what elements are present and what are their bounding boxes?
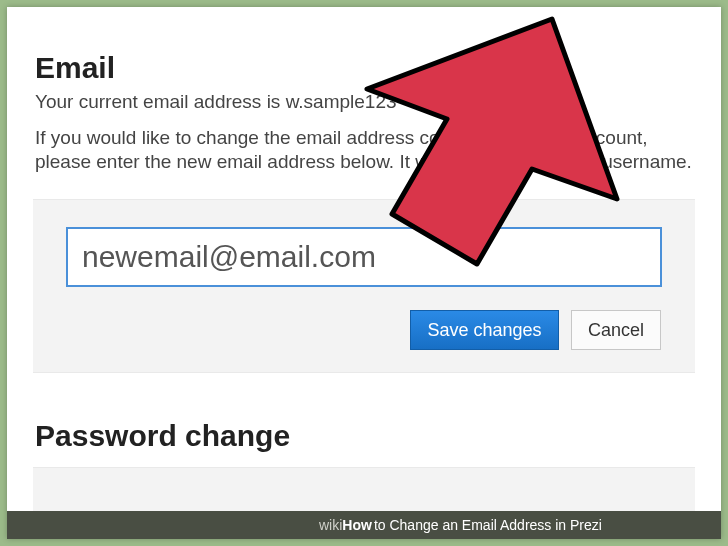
brand-bold: How — [342, 517, 372, 533]
cancel-button[interactable]: Cancel — [571, 310, 661, 350]
password-section: Password change — [35, 419, 693, 517]
caption-bar: wikiHow to Change an Email Address in Pr… — [7, 511, 721, 539]
new-email-input[interactable] — [67, 228, 661, 286]
password-heading: Password change — [35, 419, 693, 453]
save-changes-button[interactable]: Save changes — [410, 310, 558, 350]
current-email-prefix: Your current email address is — [35, 91, 286, 112]
email-form-box: Save changes Cancel — [33, 199, 695, 373]
button-row: Save changes Cancel — [67, 310, 661, 350]
email-heading: Email — [35, 51, 693, 85]
settings-panel: Email Your current email address is w.sa… — [7, 7, 721, 539]
brand: wikiHow — [319, 517, 372, 533]
current-email-value: w.sample123 — [286, 91, 397, 112]
current-email-line: Your current email address is w.sample12… — [35, 91, 693, 114]
password-form-box — [33, 467, 695, 517]
brand-prefix: wiki — [319, 517, 342, 533]
content-area: Email Your current email address is w.sa… — [7, 7, 721, 517]
change-email-description: If you would like to change the email ad… — [35, 126, 693, 174]
caption-title: to Change an Email Address in Prezi — [374, 517, 602, 533]
